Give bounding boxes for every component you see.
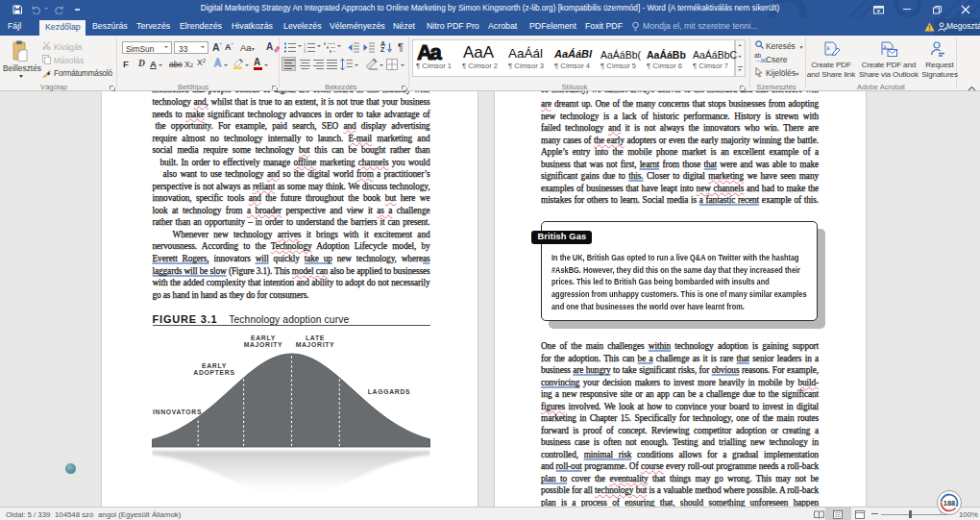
svg-text:188: 188 xyxy=(943,499,956,508)
svg-text:λ: λ xyxy=(827,45,830,51)
svg-text:λ: λ xyxy=(884,44,887,50)
svg-text:3: 3 xyxy=(304,49,306,53)
